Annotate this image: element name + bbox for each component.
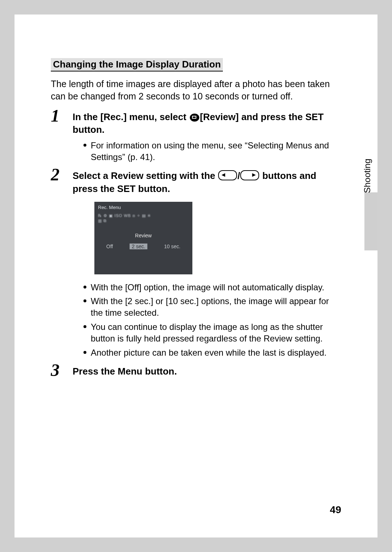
review-menu-icon	[190, 114, 199, 122]
step-number: 1	[51, 107, 60, 124]
step-number: 2	[51, 166, 60, 183]
step-2-head-pre: Select a Review setting with the	[73, 170, 218, 181]
list-item: Another picture can be taken even while …	[83, 347, 341, 359]
step-3-heading: Press the Menu button.	[73, 365, 341, 378]
page-number: 49	[330, 504, 341, 516]
lcd-icon-row: ℞ ⚙ ▣ ISO WB ⧈ ✧ ▤ ※ ▥ ⧉	[98, 213, 189, 228]
list-item: With the [Off] option, the image will no…	[83, 282, 341, 293]
manual-page: Shooting Changing the Image Display Dura…	[15, 15, 377, 537]
section-heading-wrap: Changing the Image Display Duration	[51, 58, 341, 71]
step-1: 1 In the [Rec.] menu, select [Review] an…	[51, 111, 341, 163]
step-2-heading: Select a Review setting with the / butto…	[73, 169, 341, 195]
list-item: For information on using the menu, see “…	[83, 140, 341, 163]
intro-paragraph: The length of time images are displayed …	[51, 78, 341, 103]
camera-lcd-screenshot: Rec. Menu ℞ ⚙ ▣ ISO WB ⧈ ✧ ▤ ※ ▥ ⧉ Revie…	[94, 202, 192, 274]
lcd-option-2sec: 2 sec.	[130, 244, 147, 249]
lcd-option-10sec: 10 sec.	[164, 244, 180, 249]
lcd-icons-line1: ℞ ⚙ ▣ ISO WB ⧈ ✧ ▤ ※	[98, 213, 151, 218]
step-2: 2 Select a Review setting with the / but…	[51, 169, 341, 359]
list-item: With the [2 sec.] or [10 sec.] options, …	[83, 295, 341, 319]
lcd-icons-line2: ▥ ⧉	[98, 218, 107, 223]
list-item: You can continue to display the image as…	[83, 321, 341, 345]
step-1-head-pre: In the [Rec.] menu, select	[73, 111, 189, 122]
left-arrow-button-icon	[218, 170, 237, 180]
lcd-option-off: Off	[106, 244, 113, 249]
lcd-setting-label: Review	[98, 233, 189, 238]
side-tab	[364, 192, 377, 250]
right-arrow-button-icon	[240, 170, 259, 180]
step-2-bullets: With the [Off] option, the image will no…	[73, 282, 341, 359]
section-heading: Changing the Image Display Duration	[51, 58, 223, 71]
step-1-bullets: For information on using the menu, see “…	[73, 140, 341, 163]
step-1-heading: In the [Rec.] menu, select [Review] and …	[73, 111, 341, 136]
slash: /	[237, 170, 240, 181]
side-section-label: Shooting	[362, 159, 372, 193]
step-number: 3	[51, 361, 60, 379]
step-3: 3 Press the Menu button.	[51, 365, 341, 378]
lcd-menu-title: Rec. Menu	[98, 205, 189, 210]
lcd-options-row: Off 2 sec. 10 sec.	[98, 244, 189, 249]
